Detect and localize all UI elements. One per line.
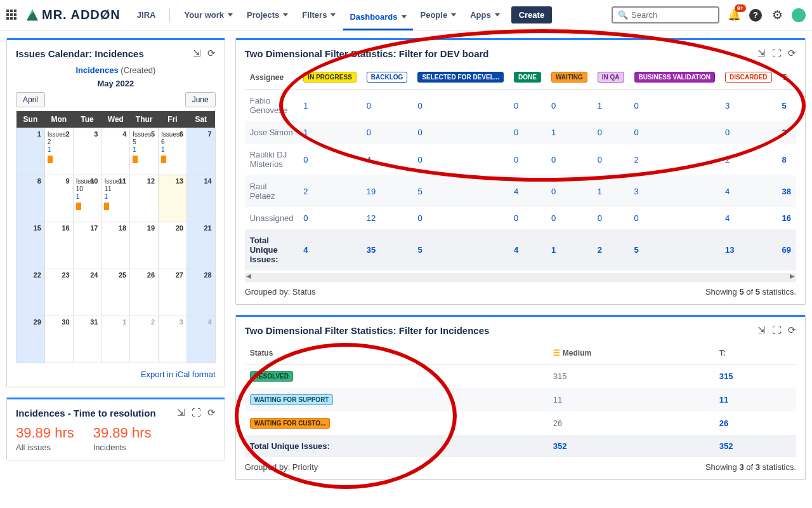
nav-dashboards[interactable]: Dashboards: [343, 8, 412, 30]
stat-link[interactable]: 4: [367, 155, 371, 164]
search-input[interactable]: [631, 10, 713, 20]
col-done[interactable]: DONE: [514, 72, 541, 83]
stat-link[interactable]: 0: [514, 213, 518, 223]
cal-day[interactable]: 1: [16, 128, 45, 175]
nav-filters[interactable]: Filters: [296, 6, 342, 23]
cal-day[interactable]: 16: [44, 222, 73, 269]
stat-link[interactable]: 0: [514, 101, 518, 110]
cal-day[interactable]: 29: [16, 316, 45, 363]
cal-day[interactable]: 18: [102, 222, 130, 269]
cal-day[interactable]: 11Issues: 111: [102, 175, 130, 222]
stat-link[interactable]: 315: [553, 371, 567, 381]
calendar-next-button[interactable]: June: [185, 92, 216, 107]
cal-day[interactable]: 2Issues: 21: [44, 128, 73, 175]
calendar-prev-button[interactable]: April: [16, 92, 45, 107]
cal-day[interactable]: 8: [16, 175, 45, 222]
stat-link[interactable]: 0: [634, 101, 639, 110]
refresh-icon[interactable]: ⟳: [207, 48, 216, 59]
search-box[interactable]: 🔍: [612, 6, 719, 23]
stat-link[interactable]: 0: [634, 213, 639, 223]
cal-day[interactable]: 2: [130, 316, 159, 363]
stat-link[interactable]: 12: [367, 213, 376, 223]
cal-day[interactable]: 20: [159, 222, 187, 269]
stat-link[interactable]: 0: [303, 213, 308, 223]
expand-icon[interactable]: ⛶: [772, 48, 782, 59]
apps-menu-icon[interactable]: [6, 10, 18, 21]
minimize-icon[interactable]: ⇲: [757, 48, 766, 59]
nav-people[interactable]: People: [414, 6, 463, 23]
stat-link[interactable]: 0: [417, 213, 422, 223]
stat-link[interactable]: 1: [598, 187, 602, 196]
horizontal-scrollbar[interactable]: [245, 273, 796, 282]
cal-day[interactable]: 26: [130, 269, 159, 316]
row-total[interactable]: 11: [714, 388, 796, 411]
cal-day[interactable]: 7: [187, 128, 215, 175]
cal-day[interactable]: 4: [102, 128, 130, 175]
stat-link[interactable]: 0: [725, 128, 730, 137]
assignee-cell[interactable]: Raul Pelaez: [245, 175, 299, 207]
stat-link[interactable]: 0: [634, 128, 639, 137]
row-total[interactable]: 8: [777, 144, 796, 175]
stat-link[interactable]: 2: [634, 155, 639, 164]
row-total[interactable]: 26: [714, 411, 796, 435]
stat-link[interactable]: 0: [417, 155, 422, 164]
col-waiting[interactable]: WAITING: [551, 72, 587, 83]
cal-day[interactable]: 4: [187, 316, 215, 363]
col-backlog[interactable]: BACKLOG: [367, 72, 408, 83]
stat-link[interactable]: 0: [551, 187, 556, 196]
cal-day[interactable]: 12: [130, 175, 159, 222]
refresh-icon[interactable]: ⟳: [788, 324, 796, 336]
cal-day[interactable]: 25: [102, 269, 130, 316]
cal-day[interactable]: 31: [73, 316, 102, 363]
col-inqa[interactable]: IN QA: [598, 72, 624, 83]
cal-day[interactable]: 6Issues: 61: [159, 128, 187, 175]
stat-link[interactable]: 4: [514, 187, 518, 196]
col-selected[interactable]: SELECTED FOR DEVEL...: [417, 72, 504, 83]
nav-apps[interactable]: Apps: [464, 6, 506, 23]
stat-link[interactable]: 0: [514, 128, 518, 137]
cal-day[interactable]: 28: [187, 269, 215, 316]
help-icon[interactable]: [749, 8, 763, 22]
stat-link[interactable]: 0: [367, 101, 371, 110]
cal-day[interactable]: 24: [73, 269, 102, 316]
stat-link[interactable]: 5: [417, 187, 422, 196]
stat-link[interactable]: 0: [551, 101, 556, 110]
notifications-icon[interactable]: 9+: [727, 8, 741, 22]
stat-link[interactable]: 1: [598, 101, 602, 110]
export-ical-link[interactable]: Export in iCal format: [16, 370, 216, 379]
stat-link[interactable]: 0: [598, 155, 602, 164]
row-total[interactable]: 38: [777, 175, 796, 207]
row-total[interactable]: 16: [777, 207, 796, 229]
stat-link[interactable]: 0: [367, 128, 371, 137]
stat-link[interactable]: 0: [598, 213, 602, 223]
stat-link[interactable]: 2: [303, 187, 308, 196]
status-lozenge[interactable]: WAITING FOR SUPPORT: [250, 394, 334, 405]
expand-icon[interactable]: ⛶: [772, 324, 782, 336]
stat-link[interactable]: 1: [303, 128, 308, 137]
row-total[interactable]: 2: [777, 121, 796, 144]
nav-your-work[interactable]: Your work: [178, 6, 239, 23]
status-lozenge[interactable]: WAITING FOR CUSTO...: [250, 418, 331, 429]
stat-link[interactable]: 0: [303, 155, 308, 164]
cal-day[interactable]: 30: [44, 316, 73, 363]
stat-link[interactable]: 4: [725, 187, 730, 196]
assignee-cell[interactable]: Jose Simon: [245, 121, 299, 144]
minimize-icon[interactable]: ⇲: [177, 407, 185, 418]
cal-day[interactable]: 1: [102, 316, 130, 363]
brand-logo[interactable]: MR. ADDØN: [27, 8, 121, 22]
stat-link[interactable]: 26: [553, 418, 562, 428]
expand-icon[interactable]: ⛶: [192, 407, 201, 418]
cal-day[interactable]: 21: [187, 222, 215, 269]
col-discarded[interactable]: DISCARDED: [725, 72, 771, 83]
assignee-cell[interactable]: Fabio Genovese: [245, 90, 299, 122]
col-inprogress[interactable]: IN PROGRESS: [303, 72, 356, 83]
minimize-icon[interactable]: ⇲: [757, 324, 766, 336]
stat-link[interactable]: 3: [634, 187, 639, 196]
stat-link[interactable]: 19: [367, 187, 376, 196]
cal-day[interactable]: 23: [44, 269, 73, 316]
stat-link[interactable]: 0: [514, 155, 518, 164]
cal-day[interactable]: 17: [73, 222, 102, 269]
assignee-cell[interactable]: Unassigned: [245, 207, 299, 229]
refresh-icon[interactable]: ⟳: [788, 48, 796, 59]
stats2-medium-hdr[interactable]: ☰Medium: [548, 342, 714, 364]
